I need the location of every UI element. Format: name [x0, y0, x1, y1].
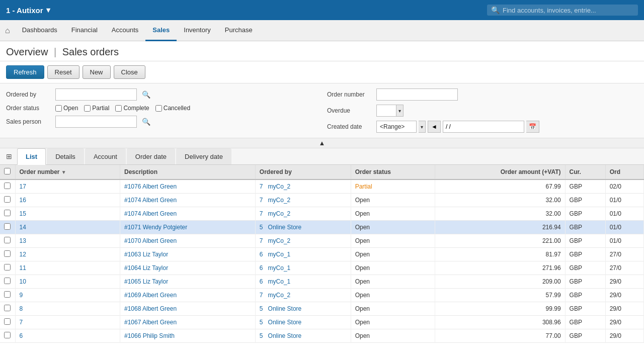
ordered-by-co-link[interactable]: myCo_2 — [268, 237, 291, 244]
col-order-status[interactable]: Order status — [351, 165, 435, 179]
description-link[interactable]: #1071 Wendy Potgieter — [124, 224, 187, 231]
description-link[interactable]: #1069 Albert Green — [124, 292, 177, 299]
global-search-input[interactable] — [503, 7, 634, 14]
ordered-by-num-link[interactable]: 5 — [260, 305, 263, 312]
col-currency[interactable]: Cur. — [565, 165, 605, 179]
status-open-checkbox[interactable]: Open — [55, 105, 78, 112]
status-cancelled-input[interactable] — [155, 105, 162, 112]
sales-person-input[interactable] — [55, 116, 137, 128]
status-complete-checkbox[interactable]: Complete — [115, 105, 149, 112]
ordered-by-num-link[interactable]: 5 — [260, 332, 263, 339]
ordered-by-num-link[interactable]: 6 — [260, 251, 263, 258]
row-select-checkbox[interactable] — [4, 237, 11, 243]
ordered-by-num-link[interactable]: 6 — [260, 278, 263, 285]
description-link[interactable]: #1064 Liz Taylor — [124, 264, 168, 272]
row-select-checkbox[interactable] — [4, 291, 11, 298]
status-cancelled-checkbox[interactable]: Cancelled — [155, 105, 190, 112]
global-search-bar[interactable]: 🔍 — [487, 5, 638, 16]
col-order-date[interactable]: Ord — [605, 165, 643, 179]
tab-delivery-date[interactable]: Delivery date — [176, 148, 231, 164]
calendar-icon-button[interactable]: 📅 — [526, 121, 539, 133]
row-select-checkbox[interactable] — [4, 332, 11, 338]
row-select-checkbox[interactable] — [4, 318, 11, 325]
ordered-by-co-link[interactable]: myCo_2 — [268, 210, 291, 217]
row-select-checkbox[interactable] — [4, 278, 11, 284]
order-number-link[interactable]: 10 — [20, 278, 26, 285]
tab-details[interactable]: Details — [47, 148, 84, 164]
nav-item-dashboards[interactable]: Dashboards — [15, 20, 64, 41]
date-input[interactable] — [443, 121, 524, 133]
order-number-link[interactable]: 12 — [20, 251, 26, 258]
row-select-checkbox[interactable] — [4, 196, 11, 203]
tab-list[interactable]: List — [17, 148, 46, 165]
tab-order-date[interactable]: Order date — [127, 148, 175, 164]
status-complete-input[interactable] — [115, 105, 122, 112]
nav-item-sales[interactable]: Sales — [145, 20, 177, 41]
description-link[interactable]: #1067 Albert Green — [124, 319, 177, 326]
description-link[interactable]: #1070 Albert Green — [124, 237, 177, 244]
ordered-by-num-link[interactable]: 7 — [260, 292, 263, 299]
date-range-arrow[interactable]: ▾ — [419, 121, 426, 133]
ordered-by-co-link[interactable]: Online Store — [268, 319, 302, 326]
col-ordered-by[interactable]: Ordered by — [255, 165, 351, 179]
collapse-bar[interactable]: ▲ — [0, 138, 644, 148]
row-select-checkbox[interactable] — [4, 305, 11, 311]
ordered-by-num-link[interactable]: 7 — [260, 210, 263, 217]
order-number-input[interactable] — [376, 88, 458, 101]
ordered-by-input[interactable] — [55, 88, 137, 101]
ordered-by-co-link[interactable]: myCo_2 — [268, 292, 291, 299]
description-link[interactable]: #1063 Liz Taylor — [124, 251, 168, 258]
order-number-link[interactable]: 11 — [20, 264, 26, 272]
ordered-by-num-link[interactable]: 7 — [260, 197, 263, 204]
ordered-by-co-link[interactable]: Online Store — [268, 305, 302, 312]
nav-item-purchase[interactable]: Purchase — [218, 20, 260, 41]
ordered-by-num-link[interactable]: 7 — [260, 183, 263, 190]
row-select-checkbox[interactable] — [4, 264, 11, 270]
nav-item-accounts[interactable]: Accounts — [105, 20, 145, 41]
ordered-by-co-link[interactable]: myCo_1 — [268, 251, 291, 258]
ordered-by-search-icon[interactable]: 🔍 — [141, 90, 151, 99]
home-icon[interactable]: ⌂ — [5, 26, 10, 35]
description-link[interactable]: #1076 Albert Green — [124, 183, 177, 190]
row-select-checkbox[interactable] — [4, 183, 11, 189]
nav-item-inventory[interactable]: Inventory — [177, 20, 217, 41]
overdue-dropdown-arrow[interactable]: ▾ — [396, 105, 404, 117]
row-select-checkbox[interactable] — [4, 223, 11, 230]
ordered-by-num-link[interactable]: 7 — [260, 237, 263, 244]
order-number-link[interactable]: 16 — [20, 197, 26, 204]
description-link[interactable]: #1074 Albert Green — [124, 210, 177, 217]
refresh-button[interactable]: Refresh — [6, 65, 44, 79]
description-link[interactable]: #1074 Albert Green — [124, 197, 177, 204]
order-number-link[interactable]: 13 — [20, 237, 26, 244]
reset-button[interactable]: Reset — [47, 65, 79, 79]
status-open-input[interactable] — [55, 105, 62, 112]
tab-account[interactable]: Account — [85, 148, 126, 164]
nav-item-financial[interactable]: Financial — [64, 20, 105, 41]
ordered-by-co-link[interactable]: Online Store — [268, 224, 302, 231]
description-link[interactable]: #1066 Philip Smith — [124, 332, 175, 339]
ordered-by-num-link[interactable]: 5 — [260, 319, 263, 326]
ordered-by-co-link[interactable]: myCo_2 — [268, 183, 291, 190]
col-order-amount[interactable]: Order amount (+VAT) — [435, 165, 565, 179]
col-description[interactable]: Description — [120, 165, 255, 179]
select-all-checkbox[interactable] — [4, 168, 11, 174]
status-partial-input[interactable] — [84, 105, 91, 112]
row-select-checkbox[interactable] — [4, 210, 11, 216]
close-button[interactable]: Close — [114, 65, 145, 79]
new-button[interactable]: New — [83, 65, 111, 79]
status-partial-checkbox[interactable]: Partial — [84, 105, 109, 112]
order-number-link[interactable]: 9 — [20, 292, 23, 299]
order-number-link[interactable]: 17 — [20, 183, 26, 190]
row-select-checkbox[interactable] — [4, 250, 11, 257]
tab-pin-icon[interactable]: ⊞ — [4, 148, 14, 164]
order-number-link[interactable]: 14 — [20, 224, 26, 231]
description-link[interactable]: #1068 Albert Green — [124, 305, 177, 312]
ordered-by-co-link[interactable]: myCo_2 — [268, 197, 291, 204]
order-number-link[interactable]: 7 — [20, 319, 23, 326]
description-link[interactable]: #1065 Liz Taylor — [124, 278, 168, 285]
date-nav-prev[interactable]: ◄ — [428, 121, 441, 133]
ordered-by-co-link[interactable]: myCo_1 — [268, 264, 291, 272]
col-order-number[interactable]: Order number ▼ — [15, 165, 120, 179]
order-number-link[interactable]: 8 — [20, 305, 23, 312]
ordered-by-num-link[interactable]: 6 — [260, 264, 263, 272]
